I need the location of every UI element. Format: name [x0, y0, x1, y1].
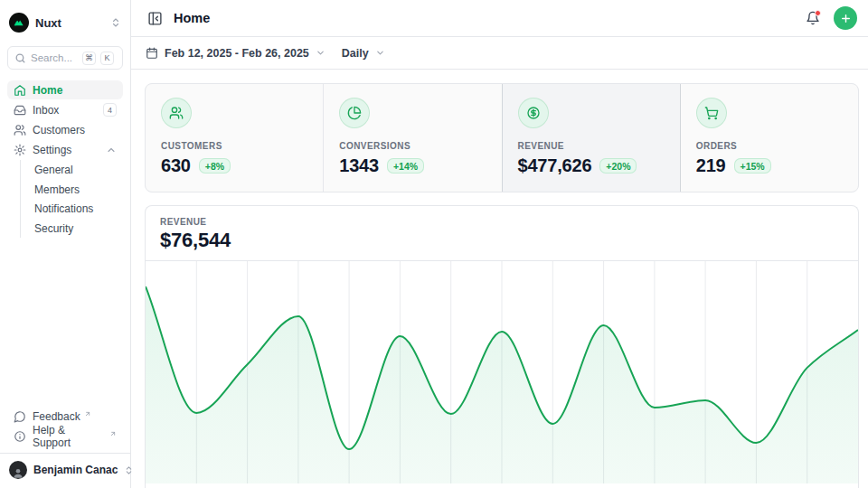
kbd-k: K: [100, 52, 114, 65]
sidebar-item-general[interactable]: General: [31, 160, 123, 180]
granularity-label: Daily: [342, 47, 369, 60]
external-link-icon: [84, 410, 91, 418]
sidebar: Nuxt ⌘ K Home Inb: [0, 0, 131, 488]
nuxt-logo-icon: [9, 13, 29, 33]
users-icon: [161, 98, 192, 128]
external-link-icon: [109, 430, 117, 437]
main-panel: Home Feb 12, 2025 - Feb 26, 2025 Daily: [131, 0, 868, 488]
sidebar-nav: Home Inbox 4 Customers Settings: [7, 80, 123, 238]
chevron-up-icon: [106, 145, 117, 155]
user-menu[interactable]: Benjamin Canac: [0, 453, 130, 481]
chart-pie-icon: [339, 98, 370, 128]
stat-delta-badge: +14%: [387, 158, 424, 174]
feedback-label: Feedback: [33, 410, 80, 423]
stat-label: ORDERS: [696, 141, 843, 151]
stat-label: REVENUE: [518, 141, 665, 151]
notifications-button[interactable]: [806, 11, 820, 25]
app-window: Nuxt ⌘ K Home Inb: [0, 0, 868, 488]
chevron-down-icon: [316, 48, 326, 58]
stat-delta-badge: +20%: [599, 158, 637, 174]
date-range-button[interactable]: Feb 12, 2025 - Feb 26, 2025: [146, 47, 326, 60]
collapse-sidebar-button[interactable]: [144, 7, 165, 29]
message-circle-icon: [14, 410, 26, 423]
stat-delta-badge: +8%: [199, 158, 231, 174]
stat-card-orders[interactable]: ORDERS 219 +15%: [681, 84, 858, 192]
circle-dollar-icon: [518, 98, 549, 128]
search-input[interactable]: ⌘ K: [7, 46, 123, 70]
inbox-icon: [14, 104, 26, 117]
granularity-select[interactable]: Daily: [342, 47, 385, 60]
stat-label: CUSTOMERS: [161, 141, 307, 151]
date-range-label: Feb 12, 2025 - Feb 26, 2025: [165, 47, 309, 60]
stats-row: CUSTOMERS 630 +8% CONVERSIONS 1343 +14%: [145, 83, 859, 192]
calendar-icon: [146, 47, 158, 60]
kbd-meta: ⌘: [82, 52, 96, 65]
content-area: CUSTOMERS 630 +8% CONVERSIONS 1343 +14%: [131, 70, 868, 488]
stat-card-revenue[interactable]: REVENUE $477,626 +20%: [503, 84, 680, 192]
stat-label: CONVERSIONS: [339, 141, 486, 151]
search-field[interactable]: [31, 52, 78, 63]
page-title: Home: [174, 11, 797, 25]
chart-x-axis: 14 Feb16 Feb18 Feb20 Feb22 Feb24 Feb: [146, 483, 858, 488]
inbox-count-badge: 4: [103, 103, 117, 117]
sidebar-item-label: Customers: [33, 124, 117, 136]
sidebar-item-customers[interactable]: Customers: [7, 120, 123, 139]
sidebar-item-security[interactable]: Security: [31, 219, 123, 239]
workspace-name: Nuxt: [35, 16, 104, 30]
sidebar-spacer: [7, 238, 123, 407]
notification-dot: [815, 10, 821, 16]
home-icon: [14, 84, 26, 97]
sidebar-item-home[interactable]: Home: [7, 80, 123, 99]
sidebar-item-label: Home: [33, 84, 117, 97]
help-support-link[interactable]: Help & Support: [7, 427, 123, 446]
chart-metric-label: REVENUE: [160, 217, 844, 227]
sidebar-item-label: Inbox: [33, 104, 97, 117]
shopping-cart-icon: [696, 98, 727, 128]
settings-subnav: General Members Notifications Security: [20, 160, 123, 238]
sidebar-item-label: Settings: [33, 144, 99, 156]
revenue-area-chart[interactable]: 14 Feb16 Feb18 Feb20 Feb22 Feb24 Feb: [146, 260, 858, 488]
stat-delta-badge: +15%: [734, 158, 771, 174]
gear-icon: [14, 144, 26, 156]
filters-toolbar: Feb 12, 2025 - Feb 26, 2025 Daily: [131, 37, 868, 70]
stat-value: 1343: [339, 155, 379, 176]
workspace-switcher[interactable]: Nuxt: [7, 7, 123, 38]
help-support-label: Help & Support: [33, 424, 106, 449]
revenue-chart-card: REVENUE $76,544 14 Feb16 Feb18 Feb20 Feb…: [145, 205, 859, 488]
sidebar-item-settings[interactable]: Settings: [7, 140, 123, 159]
stat-value: 630: [161, 155, 191, 176]
stat-card-conversions[interactable]: CONVERSIONS 1343 +14%: [324, 84, 501, 192]
chart-header: REVENUE $76,544: [146, 206, 858, 260]
sidebar-item-notifications[interactable]: Notifications: [31, 199, 123, 219]
search-icon: [14, 52, 26, 64]
chart-metric-value: $76,544: [160, 229, 844, 252]
user-name: Benjamin Canac: [33, 464, 118, 476]
info-circle-icon: [14, 430, 26, 443]
sidebar-item-inbox[interactable]: Inbox 4: [7, 100, 123, 119]
stat-value: 219: [696, 155, 726, 176]
stat-value: $477,626: [518, 155, 592, 176]
stat-card-customers[interactable]: CUSTOMERS 630 +8%: [146, 84, 323, 192]
avatar: [9, 461, 27, 479]
add-button[interactable]: [834, 6, 857, 30]
sidebar-item-members[interactable]: Members: [31, 180, 123, 200]
chevron-updown-icon: [110, 17, 121, 28]
chevron-down-icon: [375, 48, 385, 58]
page-header: Home: [131, 0, 868, 37]
chart-plot[interactable]: [146, 261, 858, 483]
users-icon: [14, 124, 26, 136]
